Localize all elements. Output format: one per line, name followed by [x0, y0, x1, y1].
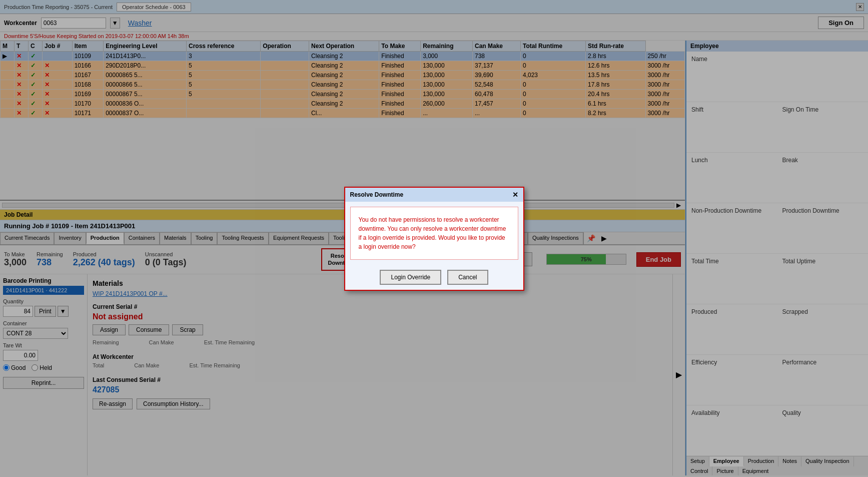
login-override-button[interactable]: Login Override [380, 270, 441, 285]
modal-dialog: Resolve Downtime ✕ You do not have permi… [344, 187, 524, 291]
modal-message: You do not have permissions to resolve a… [359, 216, 506, 250]
modal-cancel-button[interactable]: Cancel [447, 270, 488, 285]
modal-close-button[interactable]: ✕ [512, 191, 518, 199]
modal-body: You do not have permissions to resolve a… [350, 207, 518, 260]
modal-footer: Login Override Cancel [345, 265, 523, 290]
modal-overlay: Resolve Downtime ✕ You do not have permi… [0, 0, 868, 477]
modal-title: Resolve Downtime [350, 191, 404, 198]
modal-title-bar: Resolve Downtime ✕ [345, 188, 523, 202]
